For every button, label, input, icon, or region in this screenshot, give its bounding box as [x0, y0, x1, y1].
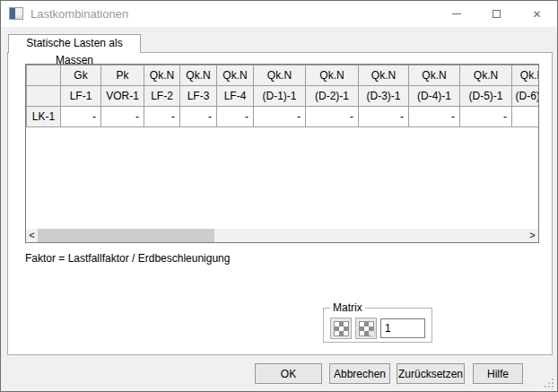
- column-header: Qk.N: [217, 65, 254, 86]
- matrix-group: Matrix ✹: [323, 308, 432, 343]
- table-row-lk1: LK-1 - - - - - - - - - - -: [27, 107, 540, 127]
- column-subheader: (D-5)-1: [460, 86, 512, 107]
- header-row-category: Gk Pk Qk.N Qk.N Qk.N Qk.N Qk.N Qk.N Qk.N…: [27, 65, 540, 86]
- matrix-apply-button[interactable]: ✹: [355, 318, 377, 339]
- column-subheader: (D-3)-1: [359, 86, 409, 107]
- grid-cell-highlighted[interactable]: -: [409, 107, 460, 127]
- grid-cell[interactable]: -: [144, 107, 180, 127]
- matrix-factor-input[interactable]: [380, 318, 425, 338]
- cancel-button[interactable]: Abbrechen: [329, 363, 390, 384]
- grid-cell-highlighted[interactable]: -: [306, 107, 359, 127]
- scroll-right-icon[interactable]: >: [527, 229, 538, 242]
- column-header: Qk.N: [359, 65, 409, 86]
- matrix-grid-star-icon: ✹: [360, 322, 373, 335]
- row-header: LK-1: [27, 107, 61, 127]
- minimize-button[interactable]: [436, 1, 476, 27]
- column-subheader: (D-1)-1: [254, 86, 306, 107]
- window-title: Lastkombinationen: [31, 7, 128, 21]
- column-subheader: (D-6)-1: [512, 86, 540, 107]
- column-header: Qk.N: [512, 65, 540, 86]
- corner-cell: [27, 86, 61, 107]
- header-row-loadcase: LF-1 VOR-1 LF-2 LF-3 LF-4 (D-1)-1 (D-2)-…: [27, 86, 540, 107]
- scroll-left-icon[interactable]: <: [26, 229, 38, 242]
- column-subheader: (D-4)-1: [409, 86, 460, 107]
- column-subheader: LF-1: [61, 86, 101, 107]
- grid-cell-highlighted[interactable]: -: [359, 107, 409, 127]
- app-icon: [9, 7, 23, 20]
- dialog-lastkombinationen: Lastkombinationen ✕ Statische Lasten als…: [0, 0, 558, 392]
- matrix-grid-icon: [335, 322, 348, 335]
- grid-cell-locked[interactable]: -: [101, 107, 144, 127]
- column-header: Qk.N: [180, 65, 217, 86]
- column-subheader: LF-3: [180, 86, 217, 107]
- ok-button[interactable]: OK: [255, 363, 322, 384]
- column-header: Qk.N: [460, 65, 512, 86]
- grid-cell[interactable]: -: [217, 107, 254, 127]
- column-header: Qk.N: [254, 65, 306, 86]
- close-button[interactable]: ✕: [517, 1, 557, 27]
- maximize-button[interactable]: [476, 1, 517, 27]
- column-header: Qk.N: [144, 65, 180, 86]
- column-header: Qk.N: [409, 65, 460, 86]
- scrollbar-thumb[interactable]: [38, 229, 214, 242]
- maximize-icon: [493, 10, 501, 18]
- minimize-icon: [452, 13, 461, 14]
- tab-page: Gk Pk Qk.N Qk.N Qk.N Qk.N Qk.N Qk.N Qk.N…: [7, 52, 553, 355]
- load-combination-table: Gk Pk Qk.N Qk.N Qk.N Qk.N Qk.N Qk.N Qk.N…: [26, 65, 539, 127]
- horizontal-scrollbar[interactable]: < >: [26, 229, 538, 242]
- grid-cell[interactable]: -: [61, 107, 101, 127]
- column-header: Pk: [101, 65, 144, 86]
- star-icon: ✹: [368, 328, 376, 340]
- grid-cell-highlighted[interactable]: -: [460, 107, 512, 127]
- factor-note: Faktor = Lastfallfaktor / Erdbeschleunig…: [25, 252, 230, 265]
- window-controls: ✕: [436, 1, 557, 27]
- column-subheader: LF-2: [144, 86, 180, 107]
- column-subheader: (D-2)-1: [306, 86, 359, 107]
- column-header: Qk.N: [306, 65, 359, 86]
- help-button[interactable]: Hilfe: [473, 363, 523, 384]
- matrix-group-label: Matrix: [330, 301, 365, 314]
- close-icon: ✕: [532, 9, 541, 20]
- resize-grip[interactable]: [552, 386, 554, 388]
- tab-statische-lasten-als-massen[interactable]: Statische Lasten als Massen: [8, 34, 141, 53]
- reset-button[interactable]: Zurücksetzen: [397, 363, 465, 384]
- titlebar[interactable]: Lastkombinationen ✕: [1, 1, 557, 27]
- load-combination-grid: Gk Pk Qk.N Qk.N Qk.N Qk.N Qk.N Qk.N Qk.N…: [25, 64, 539, 243]
- column-subheader: LF-4: [217, 86, 254, 107]
- grid-cell[interactable]: -: [180, 107, 217, 127]
- matrix-fill-button[interactable]: [330, 318, 352, 339]
- grid-cell-highlighted[interactable]: -: [254, 107, 306, 127]
- grid-cell-highlighted[interactable]: -: [512, 107, 540, 127]
- column-subheader: VOR-1: [101, 86, 144, 107]
